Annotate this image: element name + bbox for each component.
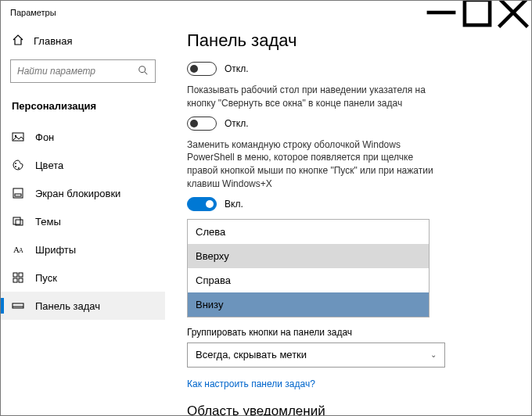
svg-rect-13 <box>13 217 20 224</box>
sidebar-section: Персонализация <box>1 95 165 123</box>
taskbar-icon <box>12 299 24 312</box>
search-field[interactable] <box>17 66 138 77</box>
toggle-peek-state: Откл. <box>225 63 249 74</box>
section-notification-area: Область уведомлений <box>187 403 509 415</box>
svg-rect-18 <box>19 273 23 277</box>
sidebar-item-background[interactable]: Фон <box>1 123 165 151</box>
nav-label: Экран блокировки <box>35 188 120 199</box>
main-panel: Панель задач Откл. Показывать рабочий ст… <box>165 24 531 415</box>
home-link[interactable]: Главная <box>1 29 165 56</box>
position-option-top[interactable]: Вверху <box>188 244 429 268</box>
search-icon <box>138 65 149 78</box>
svg-rect-12 <box>15 194 21 196</box>
search-input[interactable] <box>10 59 156 83</box>
group-buttons-value: Всегда, скрывать метки <box>196 349 307 360</box>
toggle-desktop-state: Откл. <box>225 118 249 129</box>
sidebar-item-start[interactable]: Пуск <box>1 264 165 292</box>
home-label: Главная <box>34 35 72 47</box>
svg-point-4 <box>139 66 146 72</box>
desc-powershell: Заменить командную строку оболочкой Wind… <box>187 138 445 191</box>
position-option-bottom[interactable]: Внизу <box>188 292 429 317</box>
window-title: Параметры <box>10 8 56 17</box>
position-option-left[interactable]: Слева <box>188 220 429 244</box>
page-title: Панель задач <box>187 30 509 51</box>
nav-label: Пуск <box>35 272 57 284</box>
svg-point-10 <box>18 167 20 169</box>
toggle-powershell-state: Вкл. <box>225 199 243 210</box>
sidebar-item-colors[interactable]: Цвета <box>1 151 165 179</box>
sidebar: Главная Персонализация Фон Цвета Экран б… <box>1 24 165 415</box>
sidebar-item-fonts[interactable]: AA Шрифты <box>1 235 165 264</box>
group-buttons-combo[interactable]: Всегда, скрывать метки ⌄ <box>187 342 445 368</box>
picture-icon <box>12 131 24 143</box>
svg-point-9 <box>15 166 16 167</box>
themes-icon <box>12 215 24 228</box>
sidebar-item-taskbar[interactable]: Панель задач <box>1 292 165 320</box>
toggle-peek[interactable] <box>187 62 217 76</box>
chevron-down-icon: ⌄ <box>430 350 437 359</box>
svg-line-5 <box>145 71 148 74</box>
titlebar: Параметры <box>1 1 531 24</box>
maximize-button[interactable] <box>459 1 495 24</box>
home-icon <box>12 34 24 48</box>
toggle-powershell[interactable] <box>187 197 217 211</box>
close-button[interactable] <box>495 1 531 24</box>
taskbar-position-dropdown[interactable]: Слева Вверху Справа Внизу <box>187 219 430 317</box>
sidebar-item-themes[interactable]: Темы <box>1 207 165 235</box>
minimize-button[interactable] <box>423 1 459 24</box>
desc-peek-desktop: Показывать рабочий стол при наведении ук… <box>187 84 445 110</box>
group-buttons-label: Группировать кнопки на панели задач <box>187 327 509 338</box>
nav-label: Шрифты <box>35 244 76 256</box>
toggle-desktop-preview[interactable] <box>187 117 217 131</box>
lockscreen-icon <box>12 187 24 199</box>
sidebar-item-lockscreen[interactable]: Экран блокировки <box>1 179 165 207</box>
position-option-right[interactable]: Справа <box>188 268 429 292</box>
nav-label: Цвета <box>35 160 63 171</box>
nav-label: Панель задач <box>35 300 100 312</box>
palette-icon <box>12 159 24 171</box>
svg-rect-17 <box>13 273 17 277</box>
svg-rect-20 <box>19 278 23 282</box>
nav-label: Фон <box>35 131 54 143</box>
svg-rect-1 <box>465 0 490 25</box>
fonts-icon: AA <box>12 243 24 256</box>
svg-text:A: A <box>19 247 23 254</box>
svg-rect-21 <box>13 303 23 308</box>
start-icon <box>12 271 24 284</box>
svg-rect-19 <box>13 278 17 282</box>
nav-label: Темы <box>35 216 61 228</box>
svg-point-8 <box>15 163 16 164</box>
link-customize-taskbar[interactable]: Как настроить панели задач? <box>187 378 509 389</box>
